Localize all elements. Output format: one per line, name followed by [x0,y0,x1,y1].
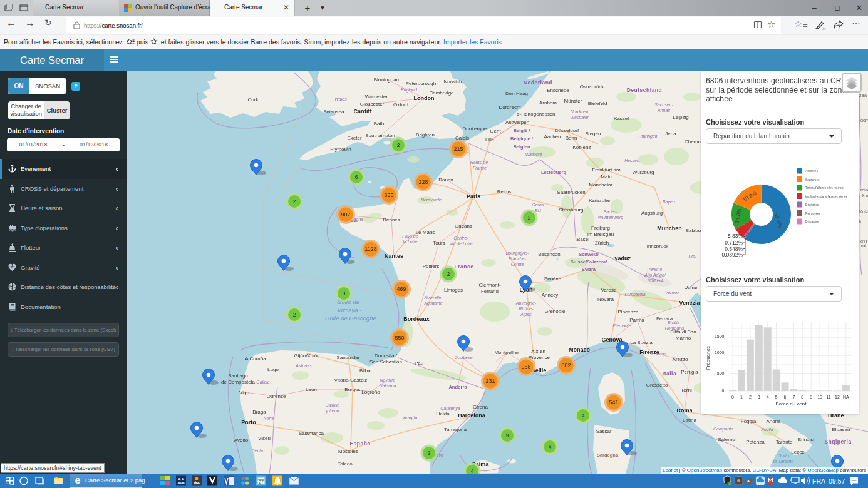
svg-text:Clermont-: Clermont- [478,282,500,288]
svg-text:NA: NA [843,395,849,399]
svg-text:5.83%: 5.83% [728,233,743,239]
svg-text:Orléans: Orléans [455,223,472,229]
svg-text:4: 4 [767,395,769,399]
svg-text:Romagna: Romagna [665,326,684,331]
svg-text:Piacenza: Piacenza [618,309,639,315]
svg-text:León: León [306,387,317,392]
svg-text:Andria: Andria [766,419,781,424]
svg-text:Bonn: Bonn [566,135,577,141]
svg-text:Force du vent: Force du vent [776,401,807,407]
svg-text:27: 27 [259,480,264,484]
svg-text:Rouen: Rouen [438,177,453,183]
svg-text:San Sebastián: San Sebastián [369,359,402,365]
svg-text:Gijón/Xixòn: Gijón/Xixòn [294,353,320,358]
svg-text:Schweiz/: Schweiz/ [579,252,599,257]
svg-text:Nordrhein: Nordrhein [571,109,590,114]
svg-text:Sassari: Sassari [596,429,613,434]
svg-text:Norte: Norte [263,416,274,420]
svg-text:Plymouth: Plymouth [330,146,351,152]
svg-text:228: 228 [418,179,428,185]
svg-text:Assistées: Assistées [805,170,819,173]
svg-text:Le Mans: Le Mans [416,230,435,235]
svg-text:8: 8 [801,395,803,399]
svg-text:Centre-: Centre- [453,236,468,240]
svg-text:Düsseldorf: Düsseldorf [555,128,579,133]
svg-text:Golfe de Gascogne: Golfe de Gascogne [325,315,376,322]
svg-text:Toscana: Toscana [650,352,666,356]
svg-text:Alpes: Alpes [520,312,532,317]
svg-text:Centro: Centro [251,449,264,453]
svg-text:Pays de: Pays de [402,234,418,239]
svg-text:Logroño: Logroño [361,389,380,395]
svg-text:België /: België / [514,128,531,133]
svg-text:0: 0 [731,395,734,399]
svg-text:Terni: Terni [681,387,692,393]
svg-text:Potenza: Potenza [746,439,765,445]
svg-text:Württemberg: Württemberg [598,215,624,220]
svg-text:Franche-: Franche- [509,257,527,261]
svg-text:Exeter: Exeter [347,135,361,141]
svg-text:Annecy: Annecy [542,292,559,298]
svg-text:Mannheim: Mannheim [589,182,612,188]
svg-text:Birmingham: Birmingham [374,77,401,83]
svg-text:0: 0 [722,389,725,393]
svg-text:Lleida: Lleida [436,411,450,417]
svg-text:10: 10 [817,395,822,399]
svg-text:im Breisgau: im Breisgau [587,231,614,237]
svg-text:Reims: Reims [497,189,512,195]
svg-text:Emilia-: Emilia- [668,320,681,325]
svg-text:Main: Main [601,174,611,180]
svg-text:Den Haag: Den Haag [505,91,528,96]
svg-text:España: España [349,440,370,447]
svg-text:England: England [401,88,418,93]
svg-text:9: 9 [810,395,812,399]
svg-text:Puglia: Puglia [761,427,773,432]
svg-text:la Loire: la Loire [403,240,418,244]
svg-text:Asturias: Asturias [295,363,312,368]
svg-text:Basel: Basel [577,236,589,242]
svg-text:Thüringen: Thüringen [638,134,658,139]
svg-text:Toledo: Toledo [338,461,353,467]
svg-text:Ferrand: Ferrand [481,288,499,294]
svg-text:di Taranto: di Taranto [773,459,793,464]
svg-text:4: 4 [582,412,585,419]
svg-text:2: 2 [528,215,531,221]
svg-text:Nantes: Nantes [385,253,403,259]
svg-text:Italia: Italia [663,370,676,377]
svg-text:968: 968 [521,363,530,370]
svg-text:Baden-: Baden- [604,210,618,214]
svg-text:Siegen: Siegen [586,131,601,136]
svg-text:Andorra: Andorra [448,384,467,390]
svg-text:500: 500 [717,371,725,375]
svg-text:Jena: Jena [665,131,676,136]
svg-text:Roma: Roma [676,407,693,414]
svg-text:Dunkerque: Dunkerque [462,126,487,131]
svg-text:Rennes: Rennes [383,217,400,223]
svg-text:1000: 1000 [715,350,725,355]
svg-text:Pau: Pau [415,360,423,366]
svg-text:d'H: d'H [860,239,867,243]
svg-text:Arezzo: Arezzo [673,357,688,362]
svg-text:Braga: Braga [252,409,266,415]
svg-text:Wallonie: Wallonie [525,152,542,156]
svg-text:Salzbu: Salzbu [686,228,701,233]
svg-text:Strasbourg: Strasbourg [559,207,583,213]
svg-text:Donostia /: Donostia / [375,353,398,358]
svg-text:0.548%: 0.548% [725,246,743,252]
svg-text:7: 7 [792,395,795,399]
svg-text:dom: dom [860,118,868,123]
svg-text:12: 12 [835,395,840,399]
svg-text:La Spezia: La Spezia [630,340,653,345]
svg-text:2: 2 [749,395,752,399]
svg-text:Genève: Genève [544,276,562,282]
svg-text:Cork: Cork [248,97,259,103]
svg-text:Perugia: Perugia [681,369,698,375]
svg-text:Normandie: Normandie [421,198,442,202]
svg-text:907: 907 [341,211,350,218]
svg-text:Gloucester: Gloucester [360,101,385,107]
svg-text:Tours: Tours [433,240,445,246]
svg-text:Saarbrücken: Saarbrücken [557,190,585,195]
svg-text:Latina: Latina [683,417,696,423]
svg-text:Augsburg: Augsburg [641,210,663,216]
svg-text:Leipzig: Leipzig [673,114,688,120]
